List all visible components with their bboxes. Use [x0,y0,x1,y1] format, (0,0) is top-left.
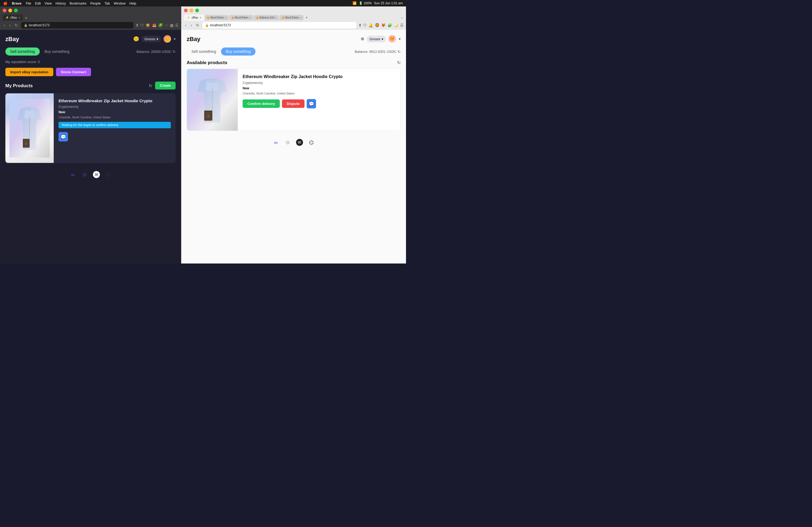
right-forward-btn[interactable]: › [190,22,193,28]
svg-text:E: E [207,115,209,117]
right-address-bar: ‹ › ↻ 🔒 localhost:5173 ⬆ 🛡 🔔 🦁 🦊 🧩 🌙 ☰ [181,21,406,30]
left-fox-icon[interactable]: 🦊 [152,23,157,28]
right-mail-icon[interactable]: ✉ [296,139,303,146]
left-create-btn[interactable]: Create [155,81,176,90]
right-avatar-chevron[interactable]: ▾ [399,37,401,41]
right-avatar[interactable]: 🧡 [389,35,396,43]
left-address-input[interactable]: 🔒 localhost:5173 [21,22,133,28]
right-tab-mocktoken1[interactable]: 🔶 MockToken ✕ [205,15,229,20]
left-products-refresh[interactable]: ↻ [149,83,153,88]
right-fox-icon[interactable]: 🦊 [381,23,386,28]
apple-menu[interactable]: 🍎 [3,1,8,5]
left-product-seller: Cryptomerchy [59,105,171,109]
left-avatar-chevron[interactable]: ▾ [174,37,176,41]
left-balance-refresh[interactable]: ↻ [173,49,176,54]
menu-tab[interactable]: Tab [104,1,110,5]
right-chainlink-icon[interactable]: ∞ [273,139,279,146]
right-new-tab-btn[interactable]: + [304,15,309,20]
right-max-btn[interactable] [195,9,199,12]
right-alert-icon[interactable]: 🔔 [368,23,373,28]
right-buy-tab[interactable]: Buy something [221,47,256,56]
right-tab-chevron[interactable]: › [400,15,403,21]
left-product-info: Ethereum Windbreaker Zip Jacket Hoodie C… [54,93,176,163]
right-shield-icon[interactable]: 🛡 [363,23,367,28]
left-brave-icon[interactable]: 🦁 [146,23,150,28]
left-chat-btn[interactable]: 💬 [59,132,68,141]
svg-text:E: E [26,143,27,145]
left-share-icon[interactable]: ⬆ [135,23,139,28]
right-min-btn[interactable] [190,9,193,12]
left-close-btn[interactable] [3,9,6,12]
right-sell-tab[interactable]: Sell something [187,47,221,56]
app-menu-brave[interactable]: Brave [12,1,21,5]
menu-edit[interactable]: Edit [35,1,41,5]
right-address-input[interactable]: 🔒 localhost:5173 [202,22,356,28]
left-tab-favicon: ⚡ [5,16,9,19]
right-tab-mocktoken3-close[interactable]: ✕ [300,16,301,19]
left-network-selector[interactable]: Gnosis ▾ [142,35,161,42]
right-products-refresh[interactable]: ↻ [397,60,401,65]
right-tab-zbay[interactable]: ⚡ zBay ✕ [184,15,204,21]
left-back-btn[interactable]: ‹ [3,22,6,28]
left-tab-zbay[interactable]: ⚡ zBay ✕ [3,15,23,21]
left-more-icon[interactable]: ⋯ [164,23,168,28]
right-tab-mocktoken3[interactable]: 🔶 MockToken ✕ [279,15,303,20]
right-tab-address[interactable]: 🔶 Address 0x0 ✕ [254,15,279,20]
right-tab-mocktoken2[interactable]: 🔶 MockToken ✕ [229,15,253,20]
right-moon-icon[interactable]: 🌙 [394,23,398,28]
left-ethereum-icon[interactable]: ⬡ [81,171,88,178]
left-reload-btn[interactable]: ↻ [14,22,19,28]
left-sismo-btn[interactable]: Sismo Connect [56,68,91,76]
menu-people[interactable]: People [90,1,101,5]
left-new-tab-btn[interactable]: + [23,15,29,21]
right-product-info: Ethereum Windbreaker Zip Jacket Hoodie C… [238,69,401,131]
right-network-selector[interactable]: Gnosis ▾ [367,35,386,42]
right-puzzle-icon[interactable]: 🧩 [388,23,392,28]
right-chat-btn[interactable]: 💬 [307,99,316,108]
right-product-condition: New [243,86,396,90]
right-confirm-btn[interactable]: Confirm delivery [243,100,280,108]
left-forward-btn[interactable]: › [8,22,12,28]
right-tab-mocktoken2-close[interactable]: ✕ [249,16,251,19]
left-avatar[interactable]: 😊 [163,35,171,43]
right-reload-btn[interactable]: ↻ [195,22,200,28]
right-tab-zbay-label: zBay [192,16,198,19]
left-shield-icon[interactable]: 🛡 [140,23,144,28]
left-import-btn[interactable]: Import eBay reputation [5,68,53,76]
right-github-icon[interactable]: ⌬ [308,139,315,146]
menu-history[interactable]: History [56,1,66,5]
left-github-icon[interactable]: ⌬ [105,171,112,178]
left-menu-icon[interactable]: ☰ [175,23,178,28]
left-jacket-visual: E [5,93,54,163]
right-worldcoin-icon[interactable]: ⊙ [284,139,291,146]
left-buy-tab[interactable]: Buy something [40,47,74,56]
menu-bookmarks[interactable]: Bookmarks [70,1,87,5]
left-chainlink-icon[interactable]: ∞ [69,171,76,178]
right-menu-icon[interactable]: ☰ [400,23,404,28]
left-sell-tab[interactable]: Sell something [5,47,40,56]
menu-file[interactable]: File [26,1,31,5]
right-close-btn[interactable] [184,9,188,12]
right-dispute-btn[interactable]: Dispute [282,100,305,108]
right-balance-refresh[interactable]: ↻ [398,49,401,54]
right-tab-address-close[interactable]: ✕ [275,16,277,19]
left-mail-icon[interactable]: ✉ [93,171,100,178]
right-brave-icon[interactable]: 🦁 [375,23,380,28]
left-product-image: E [5,93,54,163]
left-min-btn[interactable] [8,9,12,12]
right-tab-mocktoken3-label: MockToken [285,16,299,19]
right-tab-mocktoken1-close[interactable]: ✕ [225,16,227,19]
left-max-btn[interactable] [14,9,18,12]
right-share-icon[interactable]: ⬆ [359,23,362,28]
menu-window[interactable]: Window [114,1,126,5]
left-sidebar-icon[interactable]: ▦ [170,23,173,28]
menu-help[interactable]: Help [129,1,136,5]
left-puzzle-icon[interactable]: 🧩 [158,23,163,28]
right-tab-zbay-close[interactable]: ✕ [200,16,202,19]
left-nav-tabs: Sell something Buy something Balance: 20… [5,47,176,56]
menu-view[interactable]: View [45,1,52,5]
left-browser-chrome: ⚡ zBay ✕ + [0,6,181,21]
left-tab-close[interactable]: ✕ [18,16,20,19]
right-product-card-content: E Ethereum Windbreaker Zip Jacket Hoodie… [187,69,401,131]
right-back-btn[interactable]: ‹ [184,22,187,28]
